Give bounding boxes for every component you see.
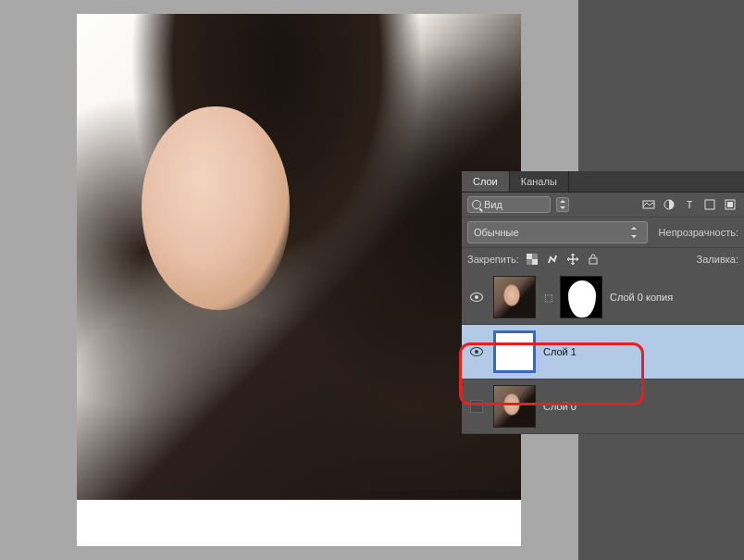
photo-bg xyxy=(77,500,521,546)
lock-icons xyxy=(525,252,601,267)
photo-face xyxy=(142,106,290,310)
blend-mode-value: Обычные xyxy=(474,227,519,238)
svg-rect-9 xyxy=(527,259,532,265)
search-icon xyxy=(472,200,481,209)
svg-rect-6 xyxy=(527,254,532,259)
layer-thumbnail[interactable] xyxy=(493,276,536,318)
visibility-off-icon xyxy=(470,400,483,413)
fill-label[interactable]: Заливка: xyxy=(697,254,738,265)
visibility-toggle[interactable] xyxy=(467,400,486,413)
eye-icon xyxy=(470,347,483,356)
filter-smart-icon[interactable] xyxy=(722,197,738,212)
tab-layers[interactable]: Слои xyxy=(462,171,510,192)
layer-row[interactable]: Слой 1 xyxy=(462,325,744,380)
svg-text:T: T xyxy=(687,199,693,210)
layer-row[interactable]: Слой 0 xyxy=(462,380,744,434)
canvas-photo xyxy=(77,14,521,546)
filter-label: Вид xyxy=(484,199,502,210)
svg-rect-8 xyxy=(532,254,538,259)
layer-filter-select[interactable]: Вид xyxy=(467,196,551,213)
lock-all-icon[interactable] xyxy=(586,252,601,267)
lock-label: Закрепить: xyxy=(467,254,519,265)
visibility-toggle[interactable] xyxy=(467,347,486,356)
lock-row: Закрепить: Заливка: xyxy=(462,248,744,270)
layer-thumbnail[interactable] xyxy=(493,330,536,373)
visibility-toggle[interactable] xyxy=(467,292,486,302)
photo-hair xyxy=(77,14,521,491)
blend-mode-select[interactable]: Обычные xyxy=(467,221,648,243)
layer-name[interactable]: Слой 0 xyxy=(543,401,577,412)
eye-icon xyxy=(470,292,483,302)
lock-position-icon[interactable] xyxy=(565,252,580,267)
filter-dropdown-stepper[interactable] xyxy=(556,197,569,212)
filter-pixel-icon[interactable] xyxy=(640,197,657,212)
layer-name[interactable]: Слой 1 xyxy=(543,346,577,357)
panel-tabs: Слои Каналы xyxy=(462,171,744,193)
filter-adjust-icon[interactable] xyxy=(661,197,677,212)
chevron-updown-icon xyxy=(628,225,641,240)
svg-rect-10 xyxy=(589,258,597,264)
filter-shape-icon[interactable] xyxy=(701,197,718,212)
lock-pixels-icon[interactable] xyxy=(545,252,560,267)
layer-row[interactable]: ⬚ Слой 0 копия xyxy=(462,270,744,325)
blend-row: Обычные Непрозрачность: xyxy=(462,218,744,248)
lock-transparency-icon[interactable] xyxy=(525,252,539,267)
layers-panel: Слои Каналы Вид T Обычные Непрозрачность… xyxy=(462,171,744,434)
filter-row: Вид T xyxy=(462,193,744,218)
filter-text-icon[interactable]: T xyxy=(681,197,698,212)
layer-name[interactable]: Слой 0 копия xyxy=(610,292,673,303)
layer-mask-thumbnail[interactable] xyxy=(560,276,602,318)
tab-channels[interactable]: Каналы xyxy=(510,171,569,192)
svg-rect-5 xyxy=(727,202,733,207)
layers-list: ⬚ Слой 0 копия Слой 1 Слой 0 xyxy=(462,270,744,434)
opacity-label[interactable]: Непрозрачность: xyxy=(659,227,738,238)
layer-thumbnail[interactable] xyxy=(493,385,536,428)
mask-link-icon[interactable]: ⬚ xyxy=(543,292,552,303)
svg-rect-7 xyxy=(532,259,538,265)
svg-rect-3 xyxy=(705,200,714,209)
document-canvas[interactable] xyxy=(77,14,521,546)
